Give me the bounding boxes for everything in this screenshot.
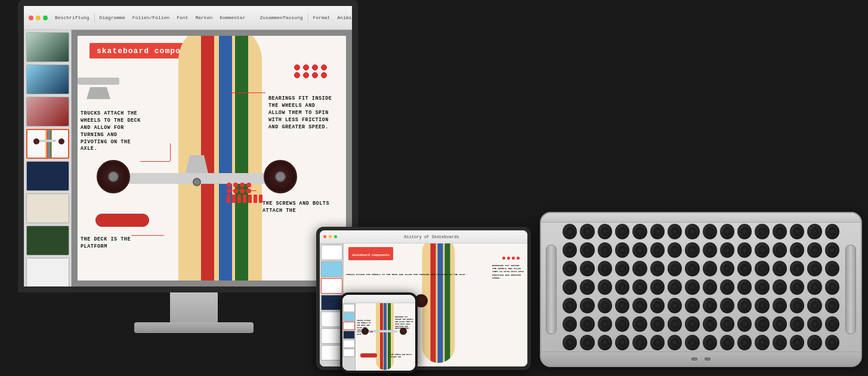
phone: TRUCKS ATTACH THE WHEELS TO THE DECK AND… [340, 292, 418, 373]
tablet-slide-title: skateboard components [348, 247, 393, 260]
bearings-line [230, 93, 265, 93]
mac-pro-bottom-bar [541, 352, 861, 366]
tablet-thumb-4[interactable] [321, 295, 342, 310]
phone-thumb-1[interactable] [343, 304, 355, 312]
grille-hole-1-3 [615, 242, 629, 258]
grille-hole-1-13 [790, 242, 804, 258]
phone-thumb-6[interactable] [343, 349, 355, 357]
toolbar-folien[interactable]: Folien/Folien [130, 14, 172, 21]
grille-hole-6-14 [807, 335, 821, 350]
toolbar-zusammenfassung[interactable]: Zusammenfassung [257, 14, 305, 21]
slide-thumb-3[interactable] [26, 97, 69, 127]
grille-hole-3-6 [668, 279, 682, 295]
trucks-line-v [170, 143, 171, 161]
grille-hole-6-9 [720, 335, 734, 350]
grille-hole-0-11 [755, 224, 769, 239]
phone-body: TRUCKS ATTACH THE WHEELS TO THE DECK AND… [342, 303, 415, 371]
toolbar-animieren[interactable]: Animieren [335, 14, 358, 21]
grille-hole-2-9 [720, 261, 734, 276]
phone-thumb-3[interactable] [343, 322, 355, 330]
toolbar-font[interactable]: Font [174, 14, 190, 21]
grille-hole-4-6 [668, 298, 682, 313]
tablet-bearings-label: BEARINGS FIT INSIDE THE WHEELS AND ALLOW… [492, 264, 525, 280]
grille-hole-2-5 [650, 261, 665, 276]
screws-label: THE SCREWS AND BOLTS ATTACH THE [262, 201, 334, 215]
keynote-app: Beschriftung Diagramme Folien/Folien Fon… [24, 6, 352, 286]
grille-hole-4-0 [563, 298, 577, 313]
toolbar-sep-1 [94, 13, 95, 23]
tablet-thumb-2[interactable] [321, 261, 342, 277]
tablet-close[interactable] [323, 235, 326, 238]
grille-hole-6-3 [615, 335, 629, 350]
toolbar-beschriftung[interactable]: Beschriftung [52, 14, 92, 21]
wheel-right [264, 160, 297, 193]
trucks-icon [78, 78, 119, 99]
grille-hole-0-15 [825, 224, 839, 239]
grille-hole-5-15 [825, 316, 839, 332]
grille-hole-3-9 [720, 279, 734, 295]
grille-hole-0-2 [598, 224, 612, 239]
screw-dot-3 [240, 183, 245, 187]
toolbar-kommentar[interactable]: Kommentar [217, 14, 248, 21]
bearing-dot-8 [321, 72, 327, 78]
grille-hole-2-15 [825, 261, 839, 276]
minimize-button[interactable] [36, 16, 41, 20]
tablet-thumb-3[interactable] [321, 278, 342, 294]
tablet-thumb-5[interactable] [321, 312, 342, 327]
slide-thumb-4[interactable] [26, 129, 69, 159]
slide-thumb-6[interactable] [26, 193, 69, 223]
grille-hole-3-0 [563, 279, 577, 295]
bearing-dot-2 [303, 64, 309, 70]
phone-thumb-4[interactable] [343, 331, 355, 339]
phone-thumb-2[interactable] [343, 313, 355, 321]
grille-hole-6-1 [580, 335, 594, 350]
grille-hole-3-7 [685, 279, 699, 295]
grille-hole-6-5 [650, 335, 665, 350]
phone-thumb-5[interactable] [343, 340, 355, 348]
slide-background: skateboard components [78, 36, 346, 281]
mac-pro-top-bar [541, 213, 861, 223]
grille-hole-1-0 [563, 242, 577, 258]
tablet-thumb-7[interactable] [321, 345, 342, 360]
grille-hole-0-5 [650, 224, 665, 239]
wheel-left-inner [108, 171, 119, 182]
screws-dots-row-1 [227, 183, 262, 187]
tablet-thumb-1[interactable] [321, 245, 342, 260]
bearing-dot-5 [294, 72, 300, 78]
grille-hole-6-6 [668, 335, 682, 350]
grille-hole-0-9 [720, 224, 734, 239]
grille-hole-5-12 [773, 316, 787, 332]
mac-pro-tower [540, 212, 862, 367]
slide-thumb-2[interactable] [26, 64, 69, 94]
grille-hole-2-6 [668, 261, 682, 276]
tablet-maximize[interactable] [334, 235, 337, 238]
grille-hole-0-7 [685, 224, 699, 239]
tablet-bearing-3 [512, 257, 515, 260]
phone-trucks-label: TRUCKS ATTACH THE WHEELS TO THE DECK AND… [357, 320, 375, 336]
grille-hole-2-11 [755, 261, 769, 276]
toolbar-diagramme[interactable]: Diagramme [97, 14, 128, 21]
grille-hole-4-13 [790, 298, 804, 313]
trucks-icon-mount [87, 87, 110, 99]
grille-hole-4-8 [703, 298, 717, 313]
grille-hole-0-6 [668, 224, 682, 239]
tablet-slide-title-text: skateboard components [352, 254, 390, 257]
close-button[interactable] [29, 16, 33, 20]
slide-thumb-8[interactable] [26, 258, 69, 286]
slide-thumb-5[interactable] [26, 161, 69, 191]
grille-hole-6-4 [632, 335, 647, 350]
tablet-thumb-6[interactable] [321, 328, 342, 344]
grille-hole-2-0 [563, 261, 577, 276]
grille-hole-2-13 [790, 261, 804, 276]
tablet-minimize[interactable] [329, 235, 332, 238]
slide-panel[interactable] [24, 30, 72, 286]
screws-icon [227, 183, 262, 203]
slide-thumb-1[interactable] [26, 32, 69, 62]
maximize-button[interactable] [43, 16, 48, 20]
toolbar-format[interactable]: Format [311, 14, 333, 21]
grille-hole-2-2 [598, 261, 612, 276]
screw-bolt-3 [237, 195, 241, 203]
bearing-dot-4 [321, 64, 327, 70]
slide-thumb-7[interactable] [26, 226, 69, 255]
toolbar-marken[interactable]: Marken [193, 14, 215, 21]
